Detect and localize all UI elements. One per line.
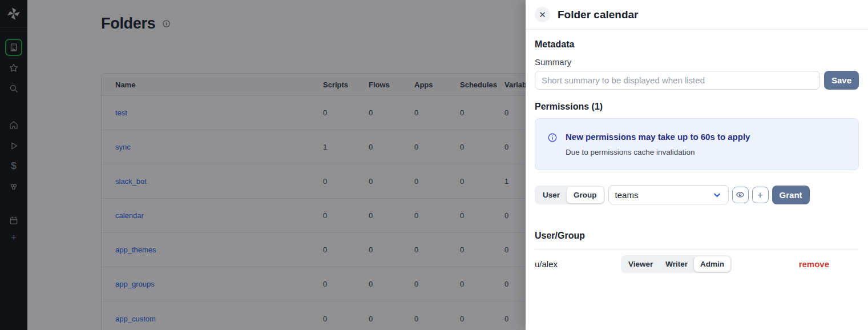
- metadata-heading: Metadata: [535, 39, 859, 50]
- close-icon[interactable]: ✕: [535, 7, 550, 22]
- role-viewer[interactable]: Viewer: [622, 256, 659, 272]
- drawer-title: Folder calendar: [558, 9, 639, 21]
- chevron-down-icon: [712, 190, 722, 200]
- grant-button[interactable]: Grant: [772, 186, 810, 204]
- entry-name: u/alex: [535, 259, 621, 269]
- user-group-heading: User/Group: [535, 231, 859, 241]
- permissions-heading: Permissions (1): [535, 102, 859, 112]
- toggle-user[interactable]: User: [536, 187, 567, 203]
- summary-row: Save: [535, 71, 859, 90]
- view-permissions-button[interactable]: [732, 187, 749, 203]
- summary-label: Summary: [535, 57, 859, 67]
- banner-title: New permissions may take up to 60s to ap…: [566, 132, 750, 142]
- group-select[interactable]: teams: [608, 185, 729, 204]
- permissions-banner: New permissions may take up to 60s to ap…: [535, 118, 859, 170]
- drawer-header: ✕ Folder calendar: [526, 0, 868, 30]
- remove-button[interactable]: remove: [799, 259, 829, 269]
- role-admin[interactable]: Admin: [694, 256, 730, 272]
- eye-icon: [736, 190, 745, 199]
- role-writer[interactable]: Writer: [659, 256, 694, 272]
- summary-input[interactable]: [535, 71, 820, 90]
- grant-controls: User Group teams + Grant: [535, 185, 859, 204]
- role-toggle: Viewer Writer Admin: [621, 255, 732, 273]
- add-item-button[interactable]: +: [752, 187, 769, 203]
- folder-drawer: ✕ Folder calendar Metadata Summary Save …: [526, 0, 868, 330]
- banner-text: New permissions may take up to 60s to ap…: [566, 132, 750, 156]
- drawer-overlay[interactable]: [0, 0, 526, 330]
- user-group-toggle: User Group: [535, 186, 605, 204]
- info-icon: [547, 132, 558, 156]
- save-button[interactable]: Save: [824, 71, 859, 90]
- toggle-group[interactable]: Group: [567, 187, 604, 203]
- plus-icon: +: [757, 190, 763, 200]
- group-select-value: teams: [615, 190, 639, 200]
- permission-entry-row: u/alex Viewer Writer Admin remove: [535, 249, 859, 273]
- drawer-body: Metadata Summary Save Permissions (1) Ne…: [526, 30, 868, 273]
- banner-subtitle: Due to permissions cache invalidation: [566, 148, 750, 156]
